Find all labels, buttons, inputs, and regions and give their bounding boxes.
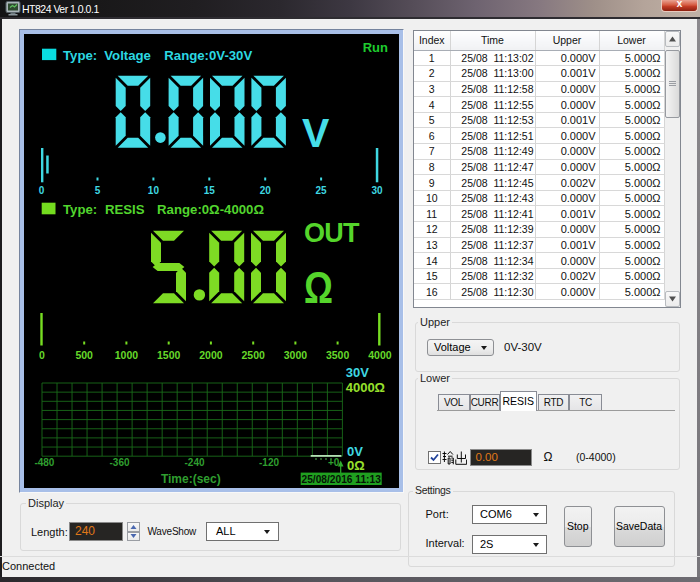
svg-text:5: 5: [95, 185, 101, 196]
svg-text:Range:0Ω-4000Ω: Range:0Ω-4000Ω: [157, 202, 264, 217]
svg-text:-240: -240: [184, 457, 204, 468]
svg-text:1000: 1000: [115, 349, 139, 361]
svg-text:-360: -360: [109, 457, 129, 468]
svg-text:30V: 30V: [346, 365, 369, 380]
svg-text:-120: -120: [259, 457, 279, 468]
svg-text:4000Ω: 4000Ω: [346, 380, 385, 395]
svg-text:0Ω: 0Ω: [347, 458, 365, 473]
svg-text:Run: Run: [363, 40, 388, 55]
svg-text:Range:0V-30V: Range:0V-30V: [164, 48, 252, 63]
svg-text:Time:(sec): Time:(sec): [161, 472, 221, 486]
svg-text:500: 500: [75, 349, 93, 361]
svg-text:+0: +0: [328, 457, 340, 468]
svg-text:0V: 0V: [347, 444, 363, 459]
svg-text:Type:: Type:: [63, 202, 97, 217]
svg-text:15: 15: [204, 185, 216, 196]
svg-text:RESIS: RESIS: [105, 202, 145, 217]
svg-text:1500: 1500: [157, 349, 181, 361]
svg-text:3000: 3000: [284, 349, 308, 361]
svg-text:4000: 4000: [368, 349, 392, 361]
svg-text:2500: 2500: [242, 349, 266, 361]
svg-text:V: V: [302, 110, 330, 156]
svg-text:0: 0: [39, 349, 45, 361]
svg-text:Type:: Type:: [63, 48, 97, 63]
svg-text:2000: 2000: [199, 349, 223, 361]
svg-text:3500: 3500: [326, 349, 350, 361]
svg-text:25/08/2016 11:13: 25/08/2016 11:13: [302, 474, 382, 485]
svg-text:20: 20: [260, 185, 272, 196]
svg-text:0: 0: [39, 185, 45, 196]
svg-text:Ω: Ω: [304, 264, 333, 312]
svg-text:30: 30: [371, 185, 383, 196]
svg-text:-480: -480: [34, 457, 54, 468]
svg-text:10: 10: [148, 185, 160, 196]
svg-text:OUT: OUT: [304, 218, 360, 248]
svg-text:25: 25: [316, 185, 328, 196]
svg-text:Voltage: Voltage: [104, 48, 151, 63]
